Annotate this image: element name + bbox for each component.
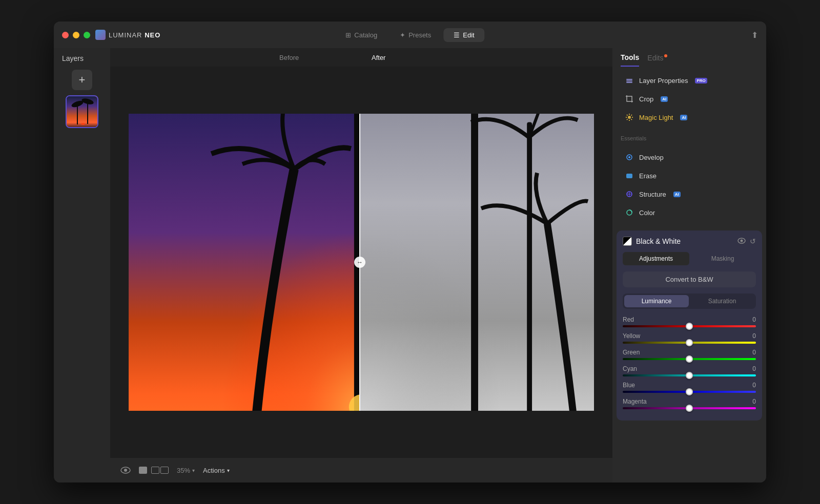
split-handle[interactable]: ↔ [354, 257, 365, 268]
svg-rect-32 [626, 79, 632, 80]
bw-panel: Black & White ↺ [617, 230, 762, 421]
magic-light-icon [625, 113, 634, 122]
after-label: After [372, 54, 385, 61]
develop-icon [625, 153, 634, 162]
structure-icon [625, 190, 634, 199]
layer-thumbnail[interactable] [66, 95, 98, 128]
green-slider-track[interactable] [623, 358, 756, 360]
cyan-slider-track[interactable] [623, 374, 756, 376]
bw-visibility-button[interactable] [737, 237, 746, 245]
bw-title-text: Black & White [636, 237, 681, 245]
add-layer-button[interactable]: + [72, 70, 92, 90]
svg-point-1 [81, 123, 85, 125]
app-name: LUMINAR NEO [109, 31, 160, 39]
red-slider-track[interactable] [623, 325, 756, 327]
visibility-toggle-button[interactable] [120, 467, 131, 474]
green-slider-thumb[interactable] [686, 355, 693, 363]
crop-icon [625, 94, 634, 103]
layer-properties-badge: PRO [695, 78, 707, 83]
layers-title: Layers [58, 54, 84, 62]
app-logo: LUMINAR NEO [95, 30, 160, 40]
color-sliders: Red 0 Yellow 0 [623, 316, 756, 409]
svg-rect-27 [527, 122, 532, 411]
tool-item-color[interactable]: Color [617, 204, 762, 221]
canvas-after [359, 114, 594, 411]
svg-point-35 [628, 116, 631, 119]
tool-item-develop[interactable]: Develop [617, 149, 762, 166]
magenta-slider-thumb[interactable] [686, 405, 693, 412]
tool-item-magic-light[interactable]: Magic Light AI [617, 109, 762, 126]
crop-label: Crop [639, 95, 653, 103]
svg-point-31 [124, 469, 127, 472]
erase-label: Erase [639, 172, 657, 180]
cyan-slider-label: Cyan [623, 365, 637, 372]
tool-section-top: Layer Properties PRO Crop AI [612, 67, 766, 131]
slider-row-yellow: Yellow 0 [623, 332, 756, 344]
canvas-container: ↔ [110, 67, 612, 458]
sidebar-right: Tools Edits Layer Propertie [612, 48, 766, 482]
maximize-button[interactable] [84, 32, 90, 38]
svg-rect-2 [77, 104, 78, 124]
tool-item-erase[interactable]: Erase [617, 167, 762, 184]
cyan-slider-thumb[interactable] [686, 372, 693, 379]
tool-section-essentials: Develop Erase [612, 143, 766, 226]
svg-rect-38 [626, 174, 632, 178]
essentials-label: Essentials [612, 131, 766, 143]
app-name-neo: NEO [145, 31, 160, 39]
presets-icon: ✦ [400, 31, 405, 39]
nav-presets[interactable]: ✦ Presets [389, 28, 441, 42]
green-slider-label: Green [623, 349, 640, 356]
nav-edit[interactable]: ☰ Edit [443, 28, 484, 42]
luminance-saturation-tabs: Luminance Saturation [623, 293, 756, 309]
magenta-slider-value: 0 [752, 398, 756, 405]
svg-rect-33 [626, 80, 632, 81]
tool-item-structure[interactable]: Structure AI [617, 185, 762, 203]
split-view-icon[interactable] [151, 467, 169, 474]
layers-icon [625, 76, 634, 85]
nav-catalog[interactable]: ⊞ Catalog [335, 28, 387, 42]
blue-slider-label: Blue [623, 382, 635, 389]
svg-rect-34 [626, 82, 632, 83]
magenta-slider-label: Magenta [623, 398, 647, 405]
actions-button[interactable]: Actions ▾ [203, 467, 230, 474]
minimize-button[interactable] [73, 32, 79, 38]
yellow-slider-thumb[interactable] [686, 339, 693, 346]
luminance-tab[interactable]: Luminance [624, 295, 689, 307]
eye-icon-bw [737, 238, 746, 244]
bw-tab-masking[interactable]: Masking [689, 252, 756, 265]
blue-slider-track[interactable] [623, 391, 756, 393]
edits-tab-label: Edits [647, 54, 663, 62]
before-image-svg [129, 114, 359, 411]
green-slider-value: 0 [752, 349, 756, 356]
slider-row-magenta: Magenta 0 [623, 398, 756, 409]
saturation-tab[interactable]: Saturation [690, 295, 754, 307]
bw-reset-button[interactable]: ↺ [750, 237, 756, 245]
blue-slider-thumb[interactable] [686, 388, 693, 395]
yellow-slider-track[interactable] [623, 342, 756, 344]
tool-item-layer-properties[interactable]: Layer Properties PRO [617, 72, 762, 89]
canvas-toolbar: 35% ▾ Actions ▾ [110, 458, 612, 482]
svg-rect-7 [129, 114, 359, 411]
bw-panel-actions: ↺ [737, 237, 756, 245]
close-button[interactable] [62, 32, 69, 38]
view-toggle [139, 467, 169, 474]
app-window: LUMINAR NEO ⊞ Catalog ✦ Presets ☰ Edit ⬆ [54, 22, 766, 482]
share-icon[interactable]: ⬆ [751, 31, 758, 39]
tab-tools[interactable]: Tools [621, 53, 639, 67]
presets-label: Presets [408, 31, 431, 39]
slider-row-cyan: Cyan 0 [623, 365, 756, 376]
slider-row-green: Green 0 [623, 349, 756, 360]
bw-tab-adjustments[interactable]: Adjustments [623, 252, 689, 265]
tab-edits[interactable]: Edits [647, 53, 667, 67]
app-name-luminar: LUMINAR [109, 31, 142, 39]
magenta-slider-track[interactable] [623, 407, 756, 409]
tool-item-crop[interactable]: Crop AI [617, 90, 762, 108]
erase-icon [625, 171, 634, 180]
slider-row-red: Red 0 [623, 316, 756, 327]
zoom-control[interactable]: 35% ▾ [177, 467, 195, 474]
color-icon [625, 208, 634, 217]
bw-panel-title: Black & White [623, 237, 681, 246]
zoom-value: 35% [177, 467, 190, 474]
red-slider-thumb[interactable] [686, 323, 693, 330]
convert-bw-button[interactable]: Convert to B&W [623, 271, 756, 287]
